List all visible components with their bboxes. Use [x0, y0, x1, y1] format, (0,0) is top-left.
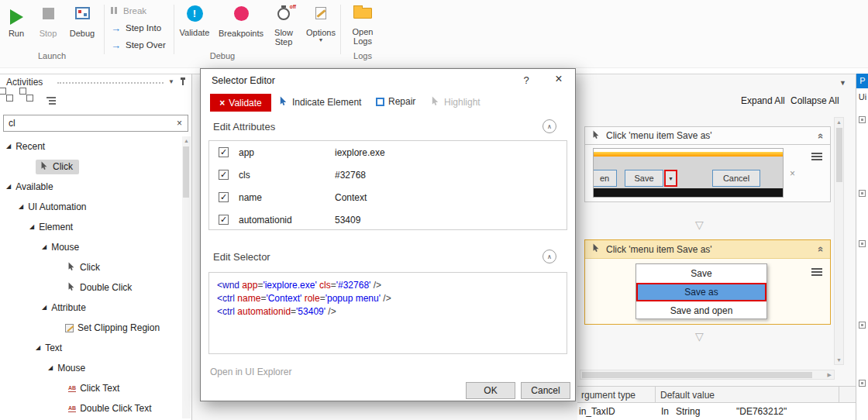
scrollbar-thumb[interactable]: [836, 128, 842, 182]
repair-button[interactable]: Repair: [376, 96, 415, 107]
attribute-checkbox[interactable]: [219, 215, 229, 225]
tree-item-attribute[interactable]: ◢ Attribute: [42, 298, 86, 318]
tree-item-mouse-text[interactable]: ◢ Mouse: [48, 358, 85, 378]
pin-icon[interactable]: [180, 77, 186, 87]
options-button[interactable]: Options ▼: [303, 2, 339, 43]
mini-checkbox-icon[interactable]: [859, 240, 866, 247]
tree-item-double-click-text[interactable]: AB Double Click Text: [68, 398, 152, 418]
collapse-all-link[interactable]: Collapse All: [790, 95, 839, 106]
tree-item-click[interactable]: Click: [67, 257, 100, 277]
run-icon: [10, 9, 23, 25]
attribute-row[interactable]: name Context: [209, 186, 567, 208]
slow-step-off-badge: off: [290, 4, 296, 9]
step-over-label: Step Over: [126, 40, 166, 50]
step-into-button[interactable]: → Step Into: [111, 23, 161, 33]
scroll-up-icon[interactable]: ▲: [835, 119, 843, 125]
expander-icon[interactable]: ◢: [42, 305, 46, 311]
scroll-up-icon[interactable]: ▲: [182, 138, 191, 143]
panel-drag-grip[interactable]: [57, 82, 164, 84]
attribute-row[interactable]: app iexplore.exe: [209, 141, 567, 164]
ok-button[interactable]: OK: [466, 382, 515, 399]
designer-vertical-scrollbar[interactable]: ▲ ▼: [834, 117, 844, 365]
mini-checkbox-icon[interactable]: [859, 322, 866, 329]
attribute-checkbox[interactable]: [219, 147, 229, 157]
expander-icon[interactable]: ◢: [19, 204, 23, 210]
selector-code[interactable]: <wnd app='iexplore.exe' cls='#32768' /><…: [208, 272, 567, 354]
properties-tab[interactable]: P: [856, 74, 868, 88]
expander-icon[interactable]: ◢: [36, 345, 40, 351]
highlight-button[interactable]: Highlight: [430, 96, 480, 108]
argument-direction-cell[interactable]: In: [661, 406, 669, 417]
tree-item-double-click[interactable]: Double Click: [67, 277, 132, 298]
slow-step-icon: off: [276, 5, 291, 21]
validate-button[interactable]: ! Validate: [176, 2, 213, 37]
activity-card-header[interactable]: Click 'menu item Save as' «: [585, 240, 830, 259]
expand-all-link[interactable]: Expand All: [741, 95, 785, 106]
designer-horizontal-scrollbar[interactable]: ▶: [580, 370, 835, 380]
argument-name-cell[interactable]: in_TaxID: [579, 406, 615, 417]
activity-card-click-menu-item[interactable]: Click 'menu item Save as' « en Save ▼ Ca…: [584, 126, 831, 202]
tree-item-mouse[interactable]: ◢ Mouse: [42, 237, 79, 257]
designer-panel-dropdown-icon[interactable]: ▼: [839, 79, 846, 87]
expander-icon[interactable]: ◢: [42, 244, 46, 250]
activity-card-header[interactable]: Click 'menu item Save as' «: [584, 126, 831, 145]
collapse-card-icon[interactable]: «: [815, 246, 827, 252]
attributes-list: app iexplore.exe cls #32768 name Context…: [208, 140, 567, 230]
expander-icon[interactable]: ◢: [6, 184, 11, 190]
activity-menu-grip-icon[interactable]: [811, 151, 822, 162]
expander-icon[interactable]: ◢: [48, 365, 53, 371]
open-logs-button[interactable]: Open Logs: [344, 2, 381, 46]
folder-icon: [353, 8, 372, 19]
dialog-validate-button[interactable]: × Validate: [210, 94, 271, 112]
tree-item-available[interactable]: ◢ Available: [6, 177, 53, 197]
activities-search-input[interactable]: [9, 116, 171, 130]
argument-type-cell[interactable]: String: [676, 406, 700, 417]
close-icon[interactable]: ×: [548, 72, 570, 86]
mini-checkbox-icon[interactable]: [859, 116, 866, 123]
activity-menu-grip-icon[interactable]: [811, 267, 822, 277]
tree-item-text[interactable]: ◢ Text: [36, 338, 62, 358]
attribute-row[interactable]: cls #32768: [209, 164, 567, 186]
slow-step-button[interactable]: off Slow Step: [267, 2, 300, 46]
indicate-element-button[interactable]: Indicate Element: [278, 96, 361, 108]
search-clear-icon[interactable]: ×: [177, 118, 182, 129]
break-button[interactable]: Break: [111, 6, 146, 15]
tree-item-click-text[interactable]: AB Click Text: [68, 378, 119, 398]
arguments-data-row[interactable]: in_TaxID In String "DE763212": [577, 403, 856, 420]
section-collapse-icon[interactable]: ∧: [542, 119, 556, 133]
open-in-ui-explorer-link[interactable]: Open in UI Explorer: [210, 367, 291, 377]
tree-item-recent[interactable]: ◢ Recent: [6, 136, 45, 157]
scroll-right-icon[interactable]: ▶: [828, 372, 832, 378]
scroll-down-icon[interactable]: ▼: [835, 357, 843, 363]
attribute-checkbox[interactable]: [219, 170, 229, 180]
tree-item-set-clipping-region[interactable]: Set Clipping Region: [65, 318, 160, 338]
attribute-checkbox[interactable]: [219, 192, 229, 202]
expander-icon[interactable]: ◢: [29, 224, 34, 230]
collapse-card-icon[interactable]: «: [815, 133, 827, 138]
step-over-button[interactable]: → Step Over: [111, 40, 166, 50]
debug-button[interactable]: Debug: [65, 2, 99, 38]
argument-default-value-cell[interactable]: "DE763212": [736, 406, 787, 417]
tree-item-click-recent[interactable]: Click: [36, 157, 79, 177]
tree-item-label: Available: [16, 181, 53, 192]
group-view-icon[interactable]: [46, 95, 56, 106]
help-icon[interactable]: ?: [518, 74, 534, 86]
mini-checkbox-icon[interactable]: [859, 380, 866, 387]
activity-card-click-menu-item-selected[interactable]: Click 'menu item Save as' « Save Save as…: [584, 239, 831, 325]
scrollbar-thumb[interactable]: [183, 146, 189, 198]
scrollbar-thumb[interactable]: [582, 372, 812, 378]
breakpoints-button[interactable]: Breakpoints: [216, 2, 266, 38]
section-collapse-icon[interactable]: ∧: [542, 250, 556, 263]
tree-item-ui-automation[interactable]: ◢ UI Automation: [19, 197, 87, 217]
cancel-button[interactable]: Cancel: [521, 382, 570, 399]
validate-label: Validate: [176, 28, 213, 37]
attribute-row[interactable]: automationid 53409: [209, 208, 567, 231]
tree-item-element[interactable]: ◢ Element: [29, 217, 73, 237]
screenshot-close-icon: ×: [790, 168, 795, 179]
panel-menu-dropdown-icon[interactable]: ▼: [168, 78, 174, 85]
mini-checkbox-icon[interactable]: [859, 190, 866, 197]
activities-scrollbar[interactable]: ▲: [182, 136, 191, 418]
expander-icon[interactable]: ◢: [6, 143, 11, 150]
stop-button[interactable]: Stop: [33, 2, 64, 38]
run-button[interactable]: Run: [2, 2, 31, 38]
